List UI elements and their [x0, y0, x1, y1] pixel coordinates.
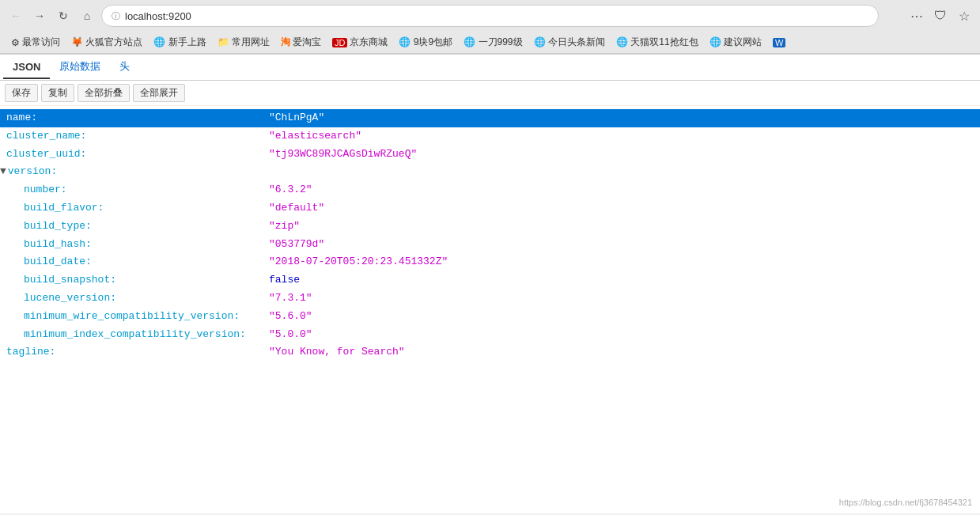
copy-button[interactable]: 复制 [41, 84, 74, 102]
nav-bar: ← → ↻ ⌂ ⓘ localhost:9200 ⁤ ⋯ 🛡 ☆ [0, 0, 980, 32]
build-flavor-key: build_flavor: [0, 200, 269, 217]
bookmark-jd[interactable]: JD 京东商城 [327, 34, 392, 51]
bookmark-newbie[interactable]: 🌐 新手上路 [149, 34, 210, 51]
json-row-number[interactable]: number: "6.3.2" [0, 181, 980, 199]
more-button[interactable]: ⋯ [907, 6, 926, 25]
browser-chrome: ← → ↻ ⌂ ⓘ localhost:9200 ⁤ ⋯ 🛡 ☆ ⚙ 最常访问 … [0, 0, 980, 55]
qr-button[interactable]: ⁤ [884, 6, 902, 25]
tab-headers[interactable]: 头 [110, 55, 139, 80]
lucene-version-value: "7.3.1" [269, 290, 312, 307]
build-type-value: "zip" [269, 218, 300, 235]
address-bar[interactable]: ⓘ localhost:9200 [101, 5, 879, 27]
bookmark-9kuai[interactable]: 🌐 9块9包邮 [394, 34, 457, 51]
bookmark-suggest[interactable]: 🌐 建议网站 [705, 34, 766, 51]
min-wire-value: "5.6.0" [269, 309, 312, 325]
min-wire-key: minimum_wire_compatibility_version: [0, 309, 269, 325]
watermark: https://blog.csdn.net/fj3678454321 [839, 498, 972, 507]
cluster-uuid-value: "tj93WC89RJCAGsDiwRZueQ" [269, 146, 417, 163]
min-index-value: "5.0.0" [269, 327, 312, 343]
number-value: "6.3.2" [269, 182, 312, 199]
json-viewer: JSON 原始数据 头 保存 复制 全部折叠 全部展开 name: "ChLnP… [0, 55, 980, 513]
tab-json[interactable]: JSON [3, 56, 50, 79]
json-row-build-snapshot[interactable]: build_snapshot: false [0, 271, 980, 290]
json-row-build-flavor[interactable]: build_flavor: "default" [0, 199, 980, 218]
json-row-version[interactable]: ▼ version: [0, 163, 980, 181]
forward-button[interactable]: → [30, 6, 49, 25]
tagline-key: tagline: [0, 344, 269, 361]
bookmark-extra[interactable]: W [768, 36, 790, 49]
json-row-min-index[interactable]: minimum_index_compatibility_version: "5.… [0, 326, 980, 344]
tab-bar: JSON 原始数据 头 [0, 55, 980, 81]
expand-all-button[interactable]: 全部展开 [133, 84, 185, 102]
number-key: number: [0, 182, 269, 199]
bookmark-toutiao[interactable]: 🌐 今日头条新闻 [529, 34, 610, 51]
json-content: name: "ChLnPgA" cluster_name: "elasticse… [0, 106, 980, 365]
bookmark-tmall[interactable]: 🌐 天猫双11抢红包 [611, 34, 703, 51]
bookmarks-bar: ⚙ 最常访问 🦊 火狐官方站点 🌐 新手上路 📁 常用网址 淘 爱淘宝 JD 京… [0, 32, 980, 54]
shield-button[interactable]: 🛡 [931, 6, 950, 25]
version-toggle[interactable]: ▼ [0, 164, 6, 180]
save-button[interactable]: 保存 [5, 84, 38, 102]
home-button[interactable]: ⌂ [78, 6, 96, 25]
lock-icon: ⓘ [112, 10, 120, 22]
json-row-build-hash[interactable]: build_hash: "053779d" [0, 236, 980, 254]
json-row-lucene-version[interactable]: lucene_version: "7.3.1" [0, 290, 980, 308]
bookmark-yidao[interactable]: 🌐 一刀999级 [459, 34, 527, 51]
json-row-cluster-name[interactable]: cluster_name: "elasticsearch" [0, 127, 980, 146]
reload-button[interactable]: ↻ [54, 6, 73, 25]
cluster-uuid-key: cluster_uuid: [0, 146, 269, 163]
star-button[interactable]: ☆ [955, 6, 974, 25]
version-key: version: [8, 164, 277, 180]
bookmark-frequent[interactable]: ⚙ 最常访问 [6, 34, 65, 51]
collapse-all-button[interactable]: 全部折叠 [78, 84, 130, 102]
toolbar: 保存 复制 全部折叠 全部展开 [0, 81, 980, 106]
bookmark-firefox[interactable]: 🦊 火狐官方站点 [66, 34, 147, 51]
bookmark-common[interactable]: 📁 常用网址 [213, 34, 274, 51]
tagline-value: "You Know, for Search" [269, 344, 405, 361]
json-row-tagline[interactable]: tagline: "You Know, for Search" [0, 343, 980, 362]
json-row-name[interactable]: name: "ChLnPgA" [0, 109, 980, 127]
name-key: name: [0, 110, 269, 127]
gear-icon: ⚙ [11, 37, 20, 48]
build-hash-key: build_hash: [0, 237, 269, 253]
min-index-key: minimum_index_compatibility_version: [0, 327, 269, 343]
name-value: "ChLnPgA" [269, 110, 324, 127]
build-date-value: "2018-07-20T05:20:23.451332Z" [269, 254, 448, 271]
back-button[interactable]: ← [6, 6, 25, 25]
build-snapshot-value: false [269, 272, 300, 289]
json-row-build-date[interactable]: build_date: "2018-07-20T05:20:23.451332Z… [0, 253, 980, 271]
cluster-name-key: cluster_name: [0, 128, 269, 145]
json-row-cluster-uuid[interactable]: cluster_uuid: "tj93WC89RJCAGsDiwRZueQ" [0, 146, 980, 164]
build-hash-value: "053779d" [269, 237, 324, 253]
cluster-name-value: "elasticsearch" [269, 128, 361, 145]
lucene-version-key: lucene_version: [0, 290, 269, 307]
json-row-min-wire[interactable]: minimum_wire_compatibility_version: "5.6… [0, 308, 980, 326]
json-row-build-type[interactable]: build_type: "zip" [0, 218, 980, 236]
bookmark-taobao[interactable]: 淘 爱淘宝 [276, 34, 326, 51]
url-text: localhost:9200 [125, 10, 191, 22]
build-type-key: build_type: [0, 218, 269, 235]
build-flavor-value: "default" [269, 200, 324, 217]
build-snapshot-key: build_snapshot: [0, 272, 269, 289]
tab-raw[interactable]: 原始数据 [50, 55, 110, 80]
build-date-key: build_date: [0, 254, 269, 271]
